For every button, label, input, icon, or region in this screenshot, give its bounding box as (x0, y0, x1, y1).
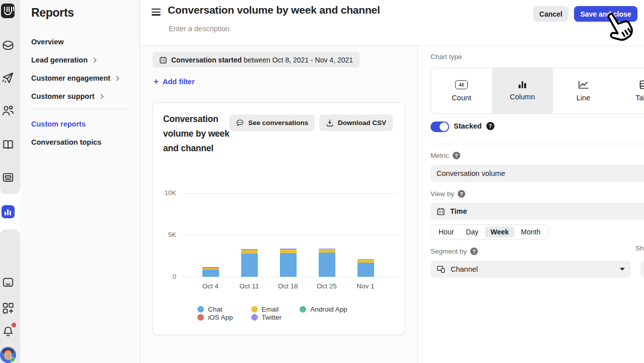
segment-by-help-icon[interactable] (470, 248, 478, 255)
y-axis-tick: 0 (158, 273, 176, 280)
line-chart-icon (578, 80, 589, 89)
chevron-right-icon (114, 76, 119, 81)
chart-settings-panel: Chart type 42CountColumnLineTable Stacke… (418, 45, 644, 363)
intercom-logo-icon[interactable] (1, 4, 15, 18)
view-by-help-icon[interactable] (458, 190, 465, 198)
metric-help-icon[interactable] (453, 152, 460, 159)
notification-badge (12, 323, 16, 327)
nav-divider (31, 109, 131, 109)
add-filter-button[interactable]: + Add filter (154, 77, 195, 87)
metric-value: Conversation volume (437, 169, 505, 177)
knowledge-icon[interactable] (1, 138, 15, 151)
show-control-partial[interactable] (640, 261, 644, 278)
granularity-week[interactable]: Week (485, 226, 514, 237)
stacked-bar-oct-4 (202, 267, 219, 277)
table-icon (639, 80, 644, 89)
view-by-select[interactable]: Time (431, 203, 644, 220)
granularity-segmented-control: HourDayWeekMonth (431, 224, 549, 239)
cancel-button[interactable]: Cancel (533, 6, 568, 22)
segment-by-dropdown[interactable]: Channel (431, 261, 631, 278)
sidebar-item-custom-reports[interactable]: Custom reports (31, 118, 131, 130)
bar-chart-icon (2, 205, 15, 218)
apps-add-icon[interactable] (1, 301, 15, 315)
date-filter-chip[interactable]: Conversation started between Oct 8, 2021… (153, 52, 360, 68)
menu-icon[interactable] (152, 9, 162, 17)
granularity-month[interactable]: Month (516, 226, 546, 237)
section-divider (431, 144, 644, 144)
chart-type-count[interactable]: 42Count (431, 68, 492, 113)
x-axis-label: Oct 18 (270, 282, 306, 290)
stacked-toggle[interactable] (431, 122, 449, 132)
segment-by-value: Channel (451, 265, 478, 273)
sidebar-item-customer-engagement[interactable]: Customer engagement (31, 73, 131, 84)
legend-item-email: Email (251, 306, 282, 313)
legend-dot (197, 306, 204, 313)
rail-bottom-group (0, 229, 20, 363)
calendar-icon (437, 207, 445, 216)
x-axis-label: Oct 4 (193, 282, 228, 290)
chart-type-line[interactable]: Line (553, 68, 614, 113)
reports-sidebar: Reports OverviewLead generationCustomer … (20, 0, 140, 363)
save-and-close-button[interactable]: Save and close (574, 6, 637, 22)
filter-field: Conversation started (171, 56, 242, 64)
filter-condition: between Oct 8, 2021 - Nov 4, 2021 (244, 56, 353, 64)
y-axis-tick: 5K (158, 231, 176, 238)
stacked-help-icon[interactable] (486, 122, 494, 130)
inbox-icon[interactable] (1, 38, 15, 52)
download-icon (326, 119, 334, 127)
chart-type-selector: 42CountColumnLineTable (431, 68, 644, 114)
see-conversations-button[interactable]: See conversations (229, 114, 315, 131)
granularity-day[interactable]: Day (460, 226, 484, 237)
chevron-right-icon (98, 94, 103, 99)
legend-dot (300, 306, 306, 313)
intercom-logo (1, 4, 15, 18)
column-chart-icon (519, 81, 526, 88)
gridline (182, 277, 398, 277)
legend-dot (197, 314, 204, 321)
legend-item-twitter: Twitter (251, 314, 282, 321)
stacked-bar-nov-1 (357, 259, 374, 277)
download-csv-label: Download CSV (338, 119, 386, 127)
legend-dot (251, 306, 258, 313)
gridline (182, 193, 398, 194)
articles-icon[interactable] (1, 170, 15, 184)
notifications-icon[interactable] (1, 324, 15, 338)
stacked-bar-oct-25 (319, 249, 335, 277)
count-icon: 42 (455, 80, 468, 89)
outbound-icon[interactable] (1, 71, 15, 85)
x-axis-label: Nov 1 (348, 282, 383, 290)
metric-label: Metric (431, 152, 449, 159)
contacts-icon[interactable] (1, 104, 15, 117)
chart-type-label: Chart type (431, 53, 462, 60)
channel-devices-icon (437, 265, 446, 274)
legend-item-chat: Chat (197, 306, 233, 313)
x-axis-label: Oct 11 (232, 282, 267, 290)
legend-item-android-app: Android App (300, 306, 347, 313)
sidebar-item-overview[interactable]: Overview (31, 36, 131, 47)
report-canvas: Conversation started between Oct 8, 2021… (140, 45, 417, 363)
reports-icon-active[interactable] (1, 205, 15, 218)
show-label-partial: Sh (635, 245, 644, 252)
report-header: Conversation volume by week and channel … (140, 0, 644, 45)
chart-type-column[interactable]: Column (492, 68, 553, 113)
chevron-right-icon (92, 58, 97, 63)
plus-icon: + (154, 77, 159, 87)
y-axis-tick: 10K (158, 189, 176, 197)
sidebar-item-conversation-topics[interactable]: Conversation topics (31, 137, 131, 148)
chart-legend: ChatiOS AppEmailTwitterAndroid App (197, 306, 347, 321)
report-description-input[interactable]: Enter a description (169, 25, 230, 33)
icon-rail (0, 0, 20, 363)
messenger-icon[interactable] (1, 276, 15, 289)
download-csv-button[interactable]: Download CSV (319, 114, 393, 131)
view-by-value: Time (450, 207, 467, 215)
calendar-icon (159, 56, 167, 64)
rail-top-group (0, 0, 20, 194)
report-title[interactable]: Conversation volume by week and channel (168, 4, 380, 16)
sidebar-item-lead-generation[interactable]: Lead generation (31, 54, 131, 66)
add-filter-label: Add filter (163, 78, 195, 86)
chart-type-table[interactable]: Table (614, 68, 644, 113)
metric-select[interactable]: Conversation volume (431, 165, 644, 182)
stacked-bar-oct-18 (280, 249, 297, 277)
sidebar-item-customer-support[interactable]: Customer support (31, 91, 131, 102)
granularity-hour[interactable]: Hour (433, 226, 459, 237)
